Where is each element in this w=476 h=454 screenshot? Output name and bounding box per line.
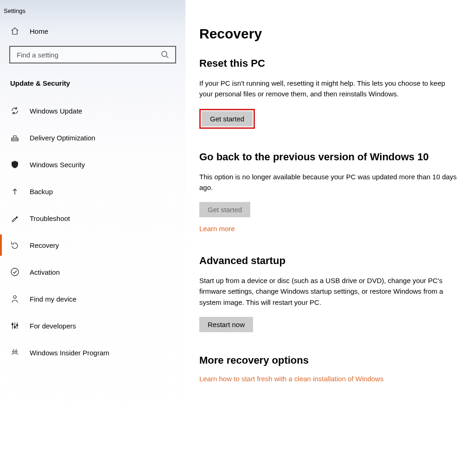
nav-label: Windows Insider Program bbox=[30, 349, 109, 357]
page-title: Recovery bbox=[199, 26, 457, 42]
goback-desc: This option is no longer available becau… bbox=[199, 171, 457, 193]
goback-get-started-button: Get started bbox=[199, 202, 250, 217]
svg-point-2 bbox=[11, 268, 19, 276]
nav-label: Windows Security bbox=[30, 161, 85, 169]
delivery-icon bbox=[10, 133, 19, 142]
sidebar-home[interactable]: Home bbox=[0, 22, 185, 40]
shield-icon bbox=[10, 160, 19, 169]
get-started-button[interactable]: Get started bbox=[202, 111, 253, 126]
section-reset: Reset this PC If your PC isn't running w… bbox=[199, 57, 457, 129]
start-fresh-link[interactable]: Learn how to start fresh with a clean in… bbox=[199, 375, 384, 383]
more-heading: More recovery options bbox=[199, 354, 457, 366]
section-more: More recovery options Learn how to start… bbox=[199, 354, 457, 383]
svg-point-8 bbox=[15, 351, 17, 353]
check-icon bbox=[10, 267, 19, 277]
wrench-icon bbox=[10, 214, 19, 223]
svg-point-3 bbox=[13, 296, 16, 298]
reset-heading: Reset this PC bbox=[199, 57, 457, 69]
sidebar-category: Update & Security bbox=[0, 74, 185, 97]
sidebar: Settings Home Update & Security bbox=[0, 0, 185, 454]
section-advanced: Advanced startup Start up from a device … bbox=[199, 255, 457, 332]
home-icon bbox=[10, 26, 19, 36]
recovery-icon bbox=[10, 240, 19, 250]
search-wrap bbox=[9, 46, 176, 63]
backup-icon bbox=[10, 187, 19, 196]
nav-label: Troubleshoot bbox=[30, 214, 70, 222]
sidebar-item-troubleshoot[interactable]: Troubleshoot bbox=[0, 205, 185, 232]
insider-icon bbox=[10, 348, 19, 357]
advanced-desc: Start up from a device or disc (such as … bbox=[199, 275, 457, 308]
sidebar-nav: Windows Update Delivery Optimization Win… bbox=[0, 97, 185, 366]
nav-label: Backup bbox=[30, 188, 53, 195]
sidebar-item-windows-insider[interactable]: Windows Insider Program bbox=[0, 339, 185, 366]
learn-more-link[interactable]: Learn more bbox=[199, 225, 235, 233]
sliders-icon bbox=[10, 321, 19, 330]
sidebar-item-recovery[interactable]: Recovery bbox=[0, 232, 185, 259]
window-title: Settings bbox=[0, 5, 185, 22]
restart-now-button[interactable]: Restart now bbox=[199, 317, 253, 332]
search-box[interactable] bbox=[9, 46, 176, 63]
section-goback: Go back to the previous version of Windo… bbox=[199, 151, 457, 233]
nav-label: For developers bbox=[30, 322, 76, 330]
sidebar-item-backup[interactable]: Backup bbox=[0, 178, 185, 205]
content: Recovery Reset this PC If your PC isn't … bbox=[185, 0, 476, 454]
advanced-heading: Advanced startup bbox=[199, 255, 457, 267]
nav-label: Recovery bbox=[30, 241, 59, 249]
sidebar-item-for-developers[interactable]: For developers bbox=[0, 312, 185, 339]
nav-label: Activation bbox=[30, 268, 60, 276]
nav-label: Windows Update bbox=[30, 107, 82, 115]
highlight-box: Get started bbox=[199, 109, 255, 129]
sidebar-item-windows-security[interactable]: Windows Security bbox=[0, 151, 185, 178]
nav-label: Delivery Optimization bbox=[30, 134, 95, 142]
sidebar-item-find-my-device[interactable]: Find my device bbox=[0, 285, 185, 312]
svg-point-6 bbox=[16, 324, 18, 326]
sidebar-item-activation[interactable]: Activation bbox=[0, 259, 185, 285]
sidebar-item-windows-update[interactable]: Windows Update bbox=[0, 97, 185, 124]
home-label: Home bbox=[30, 27, 48, 35]
search-input[interactable] bbox=[16, 50, 157, 59]
reset-desc: If your PC isn't running well, resetting… bbox=[199, 78, 457, 100]
svg-point-7 bbox=[13, 351, 14, 353]
sidebar-item-delivery-optimization[interactable]: Delivery Optimization bbox=[0, 124, 185, 151]
sync-icon bbox=[10, 106, 19, 115]
search-icon bbox=[160, 50, 170, 59]
svg-point-5 bbox=[14, 326, 15, 328]
goback-heading: Go back to the previous version of Windo… bbox=[199, 151, 457, 163]
svg-point-4 bbox=[12, 323, 13, 325]
person-icon bbox=[10, 294, 19, 303]
nav-label: Find my device bbox=[30, 295, 76, 303]
svg-point-0 bbox=[162, 51, 167, 57]
